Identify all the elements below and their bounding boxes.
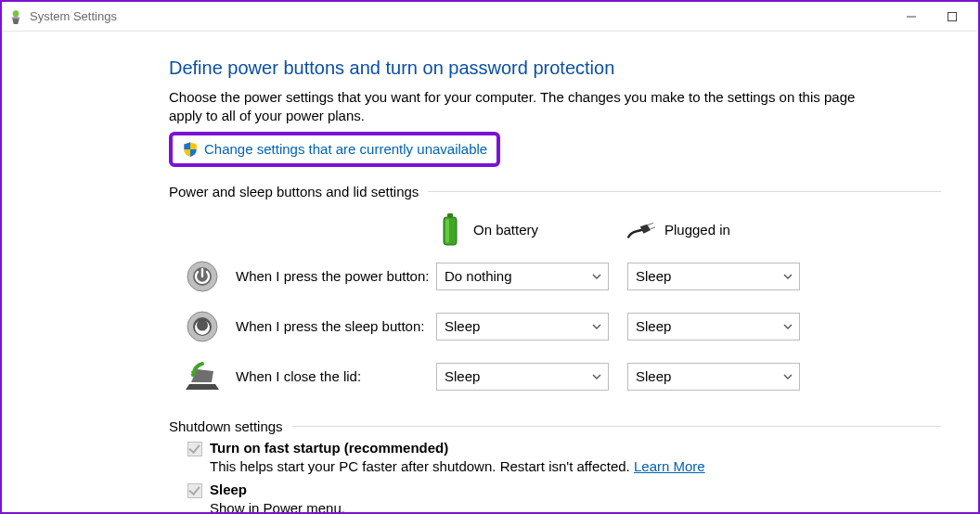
row-power-label: When I press the power button: [236, 268, 436, 284]
svg-line-8 [651, 226, 655, 228]
power-button-battery-select[interactable]: Do nothing [436, 263, 609, 290]
sleep-button-plugged-value: Sleep [636, 318, 671, 334]
lid-battery-select[interactable]: Sleep [436, 363, 609, 391]
minimize-button[interactable] [891, 3, 932, 31]
section-rule [428, 191, 941, 192]
power-button-section: Power and sleep buttons and lid settings… [169, 184, 941, 402]
power-section-title: Power and sleep buttons and lid settings [169, 184, 419, 199]
plug-icon [627, 213, 655, 247]
col-battery-label: On battery [473, 222, 538, 238]
checkbox-sleep-row: Sleep [187, 482, 941, 498]
maximize-button[interactable] [932, 3, 973, 31]
chevron-down-icon [782, 271, 793, 282]
row-icon-cell [169, 310, 236, 343]
lid-icon [184, 362, 221, 392]
row-lid: When I close the lid: Sleep Sleep [169, 352, 941, 402]
power-button-battery-value: Do nothing [445, 268, 512, 284]
battery-icon [436, 213, 464, 247]
shutdown-section-header: Shutdown settings [169, 418, 941, 434]
row-icon-cell [169, 260, 236, 293]
chevron-down-icon [591, 321, 602, 332]
fast-startup-desc-text: This helps start your PC faster after sh… [210, 458, 634, 474]
svg-rect-2 [948, 12, 957, 20]
row-lid-label: When I close the lid: [236, 368, 436, 384]
lid-plugged-select[interactable]: Sleep [627, 363, 800, 391]
checkbox-fast-startup-row: Turn on fast startup (recommended) [187, 440, 941, 456]
fast-startup-desc: This helps start your PC faster after sh… [210, 458, 941, 474]
sleep-option-desc: Show in Power menu. [210, 500, 941, 515]
window-title: System Settings [30, 9, 117, 23]
power-button-plugged-value: Sleep [636, 268, 671, 284]
column-headers: On battery Plugged in [169, 209, 941, 251]
column-on-battery: On battery [436, 213, 609, 247]
power-button-plugged-select[interactable]: Sleep [627, 263, 800, 290]
learn-more-link[interactable]: Learn More [634, 458, 705, 474]
shutdown-section: Shutdown settings Turn on fast startup (… [169, 418, 941, 515]
sleep-option-label: Sleep [210, 482, 247, 497]
power-button-icon [186, 260, 219, 293]
shutdown-section-title: Shutdown settings [169, 418, 283, 434]
column-plugged-in: Plugged in [627, 213, 800, 247]
chevron-down-icon [782, 371, 793, 382]
checkbox-fast-startup[interactable] [187, 442, 202, 456]
chevron-down-icon [782, 321, 793, 332]
checkbox-sleep[interactable] [187, 483, 202, 498]
row-power-button: When I press the power button: Do nothin… [169, 251, 941, 302]
power-section-header: Power and sleep buttons and lid settings [169, 184, 941, 199]
fast-startup-label: Turn on fast startup (recommended) [210, 440, 448, 456]
page-heading: Define power buttons and turn on passwor… [169, 58, 941, 79]
svg-line-7 [649, 223, 653, 225]
svg-rect-3 [447, 213, 453, 217]
chevron-down-icon [591, 271, 602, 282]
sleep-button-icon [186, 310, 219, 343]
sleep-button-battery-select[interactable]: Sleep [436, 313, 609, 341]
change-settings-highlight: Change settings that are currently unava… [169, 132, 500, 167]
change-settings-link[interactable]: Change settings that are currently unava… [204, 141, 487, 157]
sleep-button-battery-value: Sleep [445, 318, 480, 334]
svg-point-0 [13, 10, 19, 17]
uac-shield-icon [182, 141, 199, 158]
row-icon-cell [169, 362, 236, 392]
section-rule [292, 426, 941, 427]
titlebar: System Settings [2, 2, 978, 32]
svg-point-1 [12, 16, 20, 18]
row-sleep-button: When I press the sleep button: Sleep Sle… [169, 302, 941, 352]
sleep-button-plugged-select[interactable]: Sleep [627, 313, 800, 341]
row-sleep-label: When I press the sleep button: [236, 318, 436, 334]
lid-battery-value: Sleep [445, 368, 480, 384]
page-intro: Choose the power settings that you want … [169, 88, 874, 126]
lid-plugged-value: Sleep [636, 368, 671, 384]
svg-rect-6 [445, 219, 449, 243]
shutdown-list: Turn on fast startup (recommended) This … [169, 434, 941, 515]
app-icon [7, 8, 24, 25]
col-plugged-label: Plugged in [664, 222, 730, 238]
page-content: Define power buttons and turn on passwor… [2, 32, 978, 514]
chevron-down-icon [591, 371, 602, 382]
